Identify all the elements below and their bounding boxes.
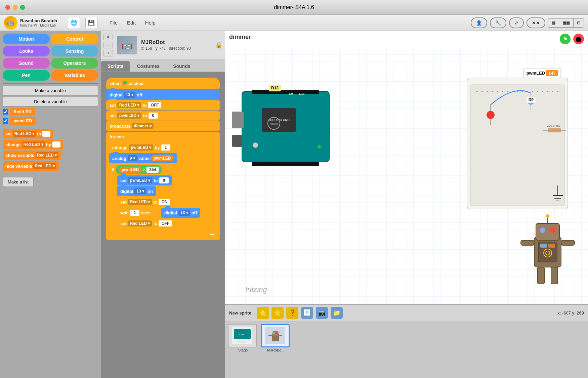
analog-dropdown[interactable]: 9 ▾	[128, 155, 137, 161]
digital3-dropdown[interactable]: 13 ▾	[178, 210, 190, 216]
mjrobot-sprite-thumb[interactable]: MJRoBo...	[261, 324, 291, 352]
change-block[interactable]: change Red LED ▾ by 1	[3, 140, 63, 149]
tool-button[interactable]: 🔧	[490, 17, 506, 28]
view-btn-1[interactable]: ▦	[548, 18, 559, 27]
stop-button[interactable]: ⬤	[573, 34, 584, 44]
change-pwmled-block[interactable]: change pwmLED ▾ by 1	[109, 142, 174, 153]
analog-block[interactable]: analog 9 ▾ value pwmLED	[109, 153, 177, 163]
category-sound[interactable]: Sound	[3, 58, 50, 69]
set-pwmled-val[interactable]: 0	[149, 113, 158, 119]
library-sprite-button[interactable]: 📁	[331, 307, 343, 319]
green-flag-button[interactable]: ⚑	[560, 34, 571, 44]
paint-sprite-button[interactable]: ⭐	[257, 307, 269, 319]
change-pwmled-dropdown[interactable]: pwmLED ▾	[129, 144, 154, 151]
grid-button[interactable]: ✕✕	[527, 17, 545, 28]
digital2-dropdown[interactable]: 13 ▾	[134, 188, 146, 194]
stage-sprite-thumb[interactable]: UNO Stage	[228, 324, 258, 352]
pwmled-cond-val[interactable]: 254	[146, 167, 159, 173]
category-control[interactable]: Control	[51, 34, 98, 44]
view-btn-3[interactable]: ⊡	[574, 18, 584, 27]
category-pen[interactable]: Pen	[3, 70, 50, 81]
category-operators[interactable]: Operators	[51, 58, 98, 69]
tab-sounds[interactable]: Sounds	[166, 61, 197, 72]
sprite-ctrl-3[interactable]: ↕	[103, 50, 113, 56]
set-red3-dropdown[interactable]: Red LED ▾	[128, 220, 152, 226]
set-red-led-on-block[interactable]: set Red LED ▾ to ON	[117, 197, 173, 207]
menu-file[interactable]: File	[106, 18, 122, 28]
change-pwmled-val[interactable]: 1	[161, 144, 170, 151]
set-red-led-val[interactable]: OFF	[148, 102, 161, 108]
digital-13-off2-block[interactable]: digital 13 ▾ off	[161, 208, 201, 218]
menu-help[interactable]: Help	[141, 18, 160, 28]
pwmled-badge[interactable]: pwmLED	[10, 117, 36, 125]
svg-rect-8	[252, 162, 319, 166]
stamp-sprite-button[interactable]: ⭐	[271, 307, 284, 319]
set-pwmled-dropdown[interactable]: pwmLED ▾	[117, 113, 142, 119]
change-var-dropdown[interactable]: Red LED ▾	[22, 141, 45, 148]
wait-block[interactable]: wait 1 secs	[117, 208, 154, 218]
category-variables[interactable]: Variables	[51, 70, 98, 81]
forever-header[interactable]: forever	[106, 132, 220, 141]
title-bar: dimmer- S4A 1.6	[0, 0, 588, 15]
svg-rect-53	[561, 240, 575, 245]
set-pwmled2-val[interactable]: 0	[159, 177, 169, 183]
show-variable-block[interactable]: show variable Red LED ▾	[3, 151, 61, 160]
set-red2-dropdown[interactable]: Red LED ▾	[128, 199, 152, 205]
broadcast-dropdown[interactable]: dimmer ▾	[132, 123, 154, 129]
make-variable-button[interactable]: Make a variable	[3, 86, 98, 95]
if-condition-expr[interactable]: pwmLED > 254	[116, 165, 162, 174]
digital-13-off-block[interactable]: digital 13 ▾ off	[106, 90, 220, 100]
new-sprite-label: New sprite:	[229, 310, 253, 316]
red-led-badge[interactable]: Red LED	[10, 108, 35, 116]
wait-val[interactable]: 1	[130, 210, 139, 216]
sprite-ctrl-1[interactable]: ↺	[103, 34, 113, 40]
category-looks[interactable]: Looks	[3, 46, 50, 56]
hide-variable-block[interactable]: hide variable Red LED ▾	[3, 161, 59, 171]
globe-button[interactable]: 🌐	[68, 17, 80, 29]
maximize-button[interactable]	[20, 5, 25, 10]
change-val-input[interactable]: 1	[52, 141, 60, 148]
upload-sprite-button[interactable]: 🅰	[301, 307, 313, 319]
view-btn-2[interactable]: ▦▦	[559, 18, 574, 27]
lock-icon[interactable]: 🔒	[215, 41, 222, 49]
hide-var-dropdown[interactable]: Red LED ▾	[33, 163, 56, 169]
show-var-dropdown[interactable]: Red LED ▾	[36, 152, 58, 158]
category-motion[interactable]: Motion	[3, 34, 50, 44]
close-button[interactable]	[5, 5, 10, 10]
pwmled-checkbox[interactable]	[3, 118, 8, 124]
minimize-button[interactable]	[13, 5, 17, 10]
broadcast-dimmer-block[interactable]: broadcast dimmer ▾	[106, 121, 220, 131]
set-pwmled-zero-block[interactable]: set pwmLED ▾ to 0	[117, 175, 172, 185]
set-red3-val[interactable]: OFF	[159, 220, 172, 226]
camera-sprite-button[interactable]: 📷	[316, 307, 328, 319]
svg-text:Arduino: Arduino	[270, 123, 278, 125]
person-button[interactable]: 👤	[471, 17, 487, 28]
set-val-input[interactable]: 0	[42, 131, 50, 137]
save-button[interactable]: 💾	[85, 17, 97, 29]
set-red-led-off2-block[interactable]: set Red LED ▾ to OFF	[117, 218, 175, 228]
set-var-dropdown[interactable]: Red LED ▾	[13, 131, 36, 137]
fritzing-label: fritzing	[245, 285, 267, 294]
digital-13-on-block[interactable]: digital 13 ▾ on	[117, 186, 156, 196]
set-red-led-dropdown[interactable]: Red LED ▾	[117, 102, 141, 108]
set-pwmled2-dropdown[interactable]: pwmLED ▾	[128, 177, 153, 183]
sprite-header: ↺ ↔ ↕ 🤖 MJRoBot x: 158 y: -73 direction:…	[101, 31, 225, 59]
set-red-led-off-block[interactable]: set Red LED ▾ to OFF	[106, 100, 220, 110]
category-sensing[interactable]: Sensing	[51, 46, 98, 56]
tab-costumes[interactable]: Costumes	[130, 61, 166, 72]
if-label: if	[112, 167, 114, 172]
scripts-canvas[interactable]: when ⚑ clicked digital 13 ▾ off set Red …	[101, 72, 225, 378]
set-block[interactable]: set Red LED ▾ to 0	[3, 129, 53, 138]
digital-dropdown-1[interactable]: 13 ▾	[124, 92, 135, 98]
menu-edit[interactable]: Edit	[123, 18, 140, 28]
red-led-checkbox[interactable]	[3, 109, 8, 115]
surprise-sprite-button[interactable]: ❓	[286, 307, 298, 319]
make-list-button[interactable]: Make a list	[3, 177, 34, 187]
when-clicked-block[interactable]: when ⚑ clicked	[106, 78, 220, 89]
fullscreen-button[interactable]: ⤢	[509, 17, 524, 28]
tab-scripts[interactable]: Scripts	[101, 61, 130, 72]
delete-variable-button[interactable]: Delete a variable	[3, 97, 98, 107]
set-red2-val[interactable]: ON	[159, 199, 170, 205]
sprite-ctrl-2[interactable]: ↔	[103, 42, 113, 48]
set-pwmled-block[interactable]: set pwmLED ▾ to 0	[106, 111, 220, 121]
